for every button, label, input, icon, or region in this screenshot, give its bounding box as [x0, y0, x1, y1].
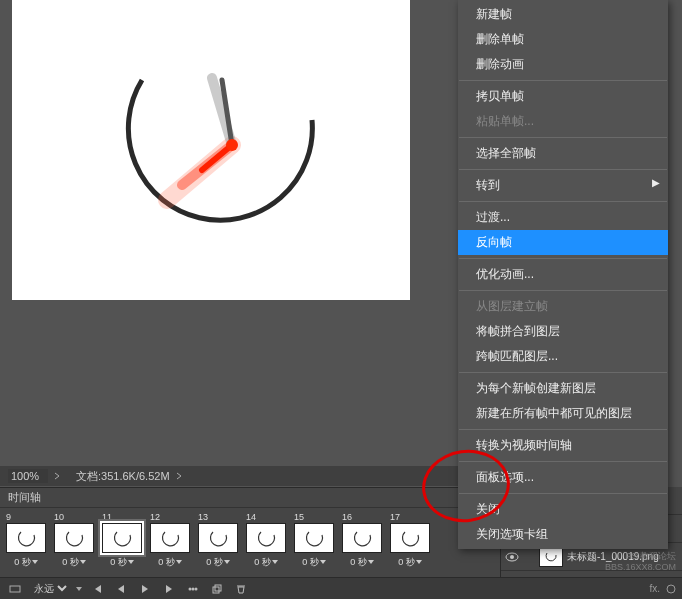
- submenu-arrow-icon: ▶: [652, 177, 660, 188]
- menu-item[interactable]: 拷贝单帧: [458, 84, 668, 109]
- frame[interactable]: 17 0 秒: [390, 512, 430, 569]
- visibility-icon[interactable]: [505, 550, 519, 564]
- svg-rect-11: [215, 585, 221, 591]
- watermark: PS 教程论坛BBS.16XX8.COM: [605, 551, 676, 573]
- menu-separator: [459, 137, 667, 138]
- canvas-drawing: [12, 0, 410, 300]
- frame-number: 15: [294, 512, 304, 522]
- svg-point-7: [189, 587, 192, 590]
- loop-select[interactable]: 永远: [30, 582, 70, 595]
- frame-thumbnail[interactable]: [246, 523, 286, 553]
- frame-thumbnail[interactable]: [6, 523, 46, 553]
- first-frame-button[interactable]: [88, 581, 106, 597]
- menu-separator: [459, 258, 667, 259]
- frame-thumbnail[interactable]: [390, 523, 430, 553]
- menu-item[interactable]: 优化动画...: [458, 262, 668, 287]
- chevron-right-icon: [54, 472, 62, 480]
- menu-item[interactable]: 选择全部帧: [458, 141, 668, 166]
- frame[interactable]: 11 0 秒: [102, 512, 142, 569]
- menu-item[interactable]: 转换为视频时间轴: [458, 433, 668, 458]
- menu-item[interactable]: 新建帧: [458, 2, 668, 27]
- frame-delay[interactable]: 0 秒: [62, 556, 86, 569]
- menu-separator: [459, 201, 667, 202]
- menu-separator: [459, 429, 667, 430]
- menu-item[interactable]: 面板选项...: [458, 465, 668, 490]
- menu-item[interactable]: 关闭选项卡组: [458, 522, 668, 547]
- menu-separator: [459, 169, 667, 170]
- fx-label[interactable]: fx.: [649, 583, 660, 594]
- frame[interactable]: 16 0 秒: [342, 512, 382, 569]
- svg-point-5: [226, 139, 238, 151]
- frame-thumbnail[interactable]: [150, 523, 190, 553]
- svg-rect-6: [10, 586, 20, 592]
- chevron-right-icon: [176, 472, 184, 480]
- menu-item[interactable]: 关闭: [458, 497, 668, 522]
- svg-point-17: [510, 555, 514, 559]
- zoom-input[interactable]: [8, 469, 48, 483]
- frame-number: 9: [6, 512, 11, 522]
- menu-item[interactable]: 删除单帧: [458, 27, 668, 52]
- frame-thumbnail[interactable]: [198, 523, 238, 553]
- frame[interactable]: 9 0 秒: [6, 512, 46, 569]
- frame-delay[interactable]: 0 秒: [302, 556, 326, 569]
- timeline-toggle-icon[interactable]: [6, 581, 24, 597]
- svg-point-9: [195, 587, 198, 590]
- frame-number: 11: [102, 512, 112, 522]
- menu-item[interactable]: 将帧拼合到图层: [458, 319, 668, 344]
- tween-button[interactable]: [184, 581, 202, 597]
- frame-number: 14: [246, 512, 256, 522]
- menu-separator: [459, 80, 667, 81]
- menu-separator: [459, 290, 667, 291]
- frame[interactable]: 15 0 秒: [294, 512, 334, 569]
- svg-rect-10: [213, 587, 219, 593]
- frame-number: 16: [342, 512, 352, 522]
- context-menu: 新建帧删除单帧删除动画拷贝单帧粘贴单帧...选择全部帧转到▶过渡...反向帧优化…: [458, 0, 668, 549]
- frame-delay[interactable]: 0 秒: [254, 556, 278, 569]
- doc-size: 351.6K/6.52M: [101, 470, 170, 482]
- frame[interactable]: 12 0 秒: [150, 512, 190, 569]
- duplicate-frame-button[interactable]: [208, 581, 226, 597]
- menu-item: 从图层建立帧: [458, 294, 668, 319]
- frame-delay[interactable]: 0 秒: [158, 556, 182, 569]
- menu-item[interactable]: 为每个新帧创建新图层: [458, 376, 668, 401]
- layers-footer: fx.: [500, 577, 682, 599]
- frame-delay[interactable]: 0 秒: [110, 556, 134, 569]
- menu-item[interactable]: 过渡...: [458, 205, 668, 230]
- layer-thumbnail: [539, 547, 563, 567]
- frame-thumbnail[interactable]: [294, 523, 334, 553]
- delete-frame-button[interactable]: [232, 581, 250, 597]
- frame-delay[interactable]: 0 秒: [206, 556, 230, 569]
- frame[interactable]: 10 0 秒: [54, 512, 94, 569]
- play-button[interactable]: [136, 581, 154, 597]
- menu-item: 粘贴单帧...: [458, 109, 668, 134]
- frame[interactable]: 13 0 秒: [198, 512, 238, 569]
- svg-point-18: [667, 585, 675, 593]
- frame-thumbnail[interactable]: [54, 523, 94, 553]
- menu-item[interactable]: 新建在所有帧中都可见的图层: [458, 401, 668, 426]
- layer-style-icon[interactable]: [666, 584, 676, 594]
- menu-separator: [459, 461, 667, 462]
- canvas[interactable]: [12, 0, 410, 300]
- frame-number: 17: [390, 512, 400, 522]
- frame-number: 12: [150, 512, 160, 522]
- next-frame-button[interactable]: [160, 581, 178, 597]
- svg-point-8: [192, 587, 195, 590]
- timeline-title: 时间轴: [8, 490, 41, 505]
- frame-thumbnail[interactable]: [342, 523, 382, 553]
- frame-delay[interactable]: 0 秒: [350, 556, 374, 569]
- frame-thumbnail[interactable]: [102, 523, 142, 553]
- frame[interactable]: 14 0 秒: [246, 512, 286, 569]
- menu-item[interactable]: 反向帧: [458, 230, 668, 255]
- doc-label: 文档:: [76, 470, 101, 482]
- status-bar: 文档:351.6K/6.52M: [0, 466, 460, 486]
- menu-separator: [459, 493, 667, 494]
- menu-item[interactable]: 删除动画: [458, 52, 668, 77]
- frame-number: 13: [198, 512, 208, 522]
- frame-delay[interactable]: 0 秒: [14, 556, 38, 569]
- menu-item[interactable]: 转到▶: [458, 173, 668, 198]
- dropdown-icon: [76, 585, 82, 593]
- prev-frame-button[interactable]: [112, 581, 130, 597]
- frame-number: 10: [54, 512, 64, 522]
- menu-item[interactable]: 跨帧匹配图层...: [458, 344, 668, 369]
- frame-delay[interactable]: 0 秒: [398, 556, 422, 569]
